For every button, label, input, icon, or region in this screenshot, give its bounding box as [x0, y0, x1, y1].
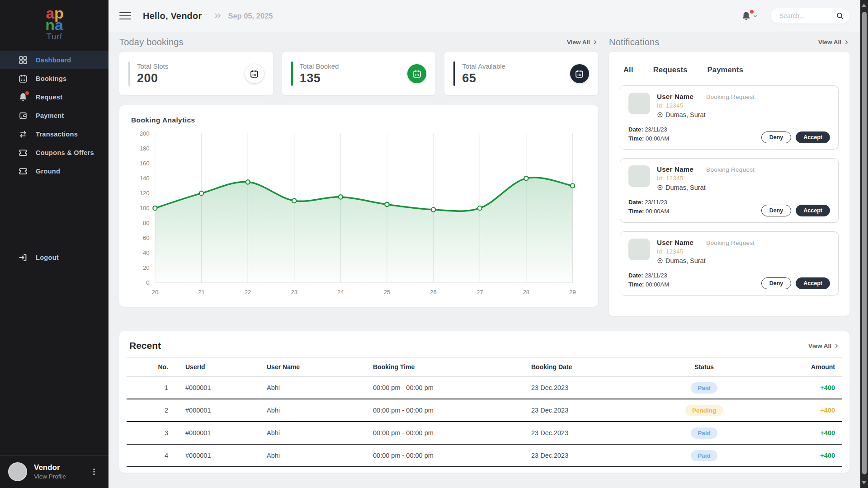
cell-booking-date: 23 Dec.2023: [531, 452, 651, 459]
ticket-icon: [18, 166, 28, 176]
calendar-icon: [245, 64, 264, 83]
calendar-icon: [18, 74, 28, 84]
cell-no: 2: [127, 407, 185, 414]
cell-no: 1: [127, 384, 185, 391]
sidebar-menu: Dashboard Bookings Request Payment Trans…: [0, 51, 108, 180]
hamburger-menu-button[interactable]: [119, 9, 131, 22]
sidebar-item-bookings[interactable]: Bookings: [0, 69, 108, 88]
accept-button[interactable]: Accept: [796, 205, 830, 216]
sidebar-item-coupons-offers[interactable]: Coupons & Offers: [0, 143, 108, 162]
status-badge: Paid: [691, 450, 717, 461]
cell-booking-date: 23 Dec.2023: [531, 407, 651, 414]
scrollbar-thumb[interactable]: [862, 12, 867, 474]
sidebar-item-dashboard[interactable]: Dashboard: [0, 51, 108, 69]
cell-user-name: Abhi: [267, 407, 373, 414]
cell-amount: +400: [757, 429, 842, 436]
user-location: Dumas, Surat: [665, 111, 706, 118]
booking-analytics-card: Booking Analytics 2021222324252627282902…: [119, 105, 598, 307]
user-id: Id: 12345: [657, 102, 755, 109]
svg-text:140: 140: [140, 175, 150, 182]
greeting: Hello, Vendor: [143, 11, 202, 21]
accept-button[interactable]: Accept: [796, 277, 830, 289]
cell-userid: #000001: [185, 407, 267, 414]
notification-bell-button[interactable]: [741, 11, 758, 21]
svg-text:80: 80: [143, 220, 150, 226]
search-input[interactable]: [778, 12, 836, 20]
sidebar-item-label: Payment: [36, 112, 64, 119]
sidebar: apna Turf Dashboard Bookings Request Pay…: [0, 0, 108, 488]
notification-card: User Name Booking Request Id: 12345 Duma…: [620, 85, 839, 150]
svg-text:21: 21: [198, 289, 205, 296]
stat-value: 200: [137, 71, 168, 85]
tab-requests[interactable]: Requests: [653, 66, 688, 74]
tab-all[interactable]: All: [623, 66, 633, 74]
svg-text:40: 40: [143, 249, 150, 256]
sidebar-item-label: Bookings: [36, 75, 66, 82]
cell-amount: +400: [757, 384, 842, 391]
sidebar-item-label: Ground: [36, 168, 60, 175]
card-accent-bar: [128, 61, 130, 86]
today-bookings-title: Today bookings: [119, 37, 184, 47]
cell-booking-time: 00:00 pm - 00:00 pm: [373, 384, 531, 391]
profile-avatar[interactable]: [8, 462, 27, 481]
deny-button[interactable]: Deny: [761, 277, 792, 289]
sidebar-item-request[interactable]: Request: [0, 88, 108, 106]
stat-value: 135: [300, 71, 339, 85]
column-header-userid: UserId: [185, 363, 267, 371]
notification-card: User Name Booking Request Id: 12345 Duma…: [620, 231, 839, 296]
accept-button[interactable]: Accept: [796, 131, 830, 143]
sidebar-item-ground[interactable]: Ground: [0, 162, 108, 180]
tab-payments[interactable]: Payments: [708, 66, 744, 74]
calendar-icon: [407, 64, 426, 83]
svg-text:0: 0: [146, 279, 149, 286]
chevron-right-icon: [834, 343, 840, 349]
recent-view-all[interactable]: View All: [808, 343, 840, 349]
table-row: 1#000001Abhi00:00 pm - 00:00 pm23 Dec.20…: [127, 377, 842, 399]
sidebar-item-label: Coupons & Offers: [36, 149, 94, 156]
cell-userid: #000001: [185, 384, 267, 391]
grid-icon: [18, 55, 28, 65]
scrollbar-up-arrow[interactable]: [862, 4, 866, 7]
cell-status: Paid: [651, 382, 757, 394]
view-profile-link[interactable]: View Profile: [34, 473, 66, 480]
svg-text:200: 200: [140, 130, 150, 137]
notification-datetime: Date: 23/11/23 Time: 00:00AM: [628, 125, 669, 143]
location-pin-icon: [657, 258, 663, 264]
logo-letter: a: [54, 19, 63, 31]
logo-letter: n: [45, 19, 54, 31]
user-avatar: [628, 239, 650, 260]
column-header-booking-date: Booking Date: [531, 363, 651, 371]
chart-title: Booking Analytics: [131, 116, 586, 124]
booking-analytics-chart: 2021222324252627282902040608010012014016…: [131, 126, 586, 300]
notifications-view-all[interactable]: View All: [818, 39, 849, 46]
cell-status: Paid: [651, 427, 757, 439]
scrollbar-down-arrow[interactable]: [862, 481, 866, 484]
svg-text:60: 60: [143, 235, 150, 241]
search-icon[interactable]: [836, 12, 844, 20]
page-scrollbar: [860, 0, 868, 488]
bell-badge: [750, 10, 754, 14]
sidebar-item-payment[interactable]: Payment: [0, 106, 108, 125]
cell-booking-time: 00:00 pm - 00:00 pm: [373, 452, 531, 459]
logout-button[interactable]: Logout: [0, 248, 108, 267]
svg-text:24: 24: [337, 289, 344, 296]
chevron-right-icon: [844, 39, 849, 45]
cell-status: Paid: [651, 450, 757, 461]
svg-text:100: 100: [140, 205, 150, 211]
stat-label: Total Booked: [300, 62, 339, 70]
user-location: Dumas, Surat: [665, 184, 706, 191]
svg-text:29: 29: [569, 289, 576, 296]
svg-text:22: 22: [245, 289, 251, 296]
cell-user-name: Abhi: [267, 452, 373, 459]
logout-icon: [18, 253, 28, 263]
today-bookings-view-all[interactable]: View All: [567, 39, 598, 46]
deny-button[interactable]: Deny: [761, 205, 792, 216]
chevron-right-icon: [592, 39, 598, 45]
deny-button[interactable]: Deny: [761, 131, 792, 143]
notification-datetime: Date: 23/11/23 Time: 00:00AM: [628, 198, 669, 216]
profile-menu-button[interactable]: [88, 465, 100, 478]
ticket-icon: [18, 148, 28, 158]
chevron-down-icon: [752, 13, 758, 19]
sidebar-item-transactions[interactable]: Transactions: [0, 125, 108, 143]
logout-label: Logout: [36, 254, 59, 261]
